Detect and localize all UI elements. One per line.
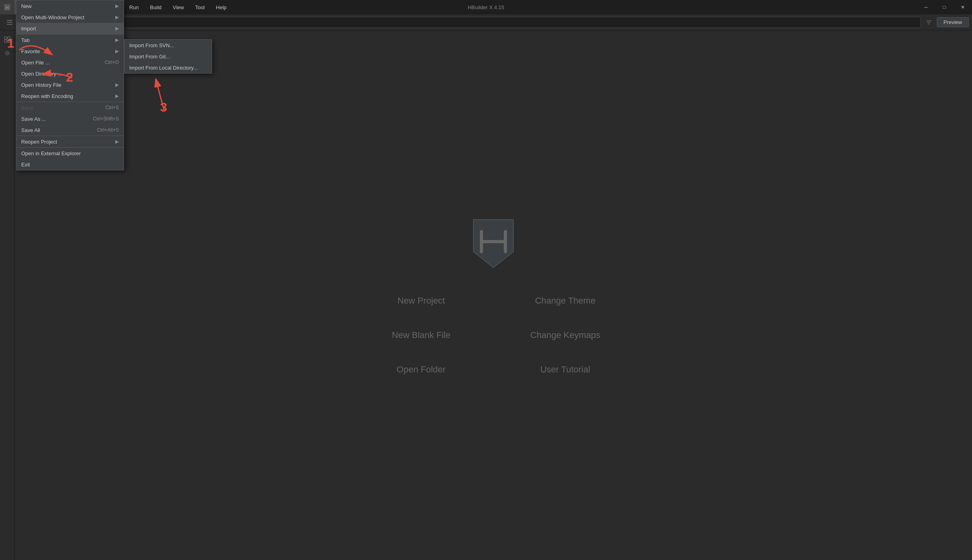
menu-new[interactable]: New ▶	[16, 0, 124, 12]
preview-button[interactable]: Preview	[937, 17, 969, 27]
file-search-bar[interactable]: 🔍 Input File Name	[18, 17, 921, 28]
file-menu-section-5: Open in External Explorer Exit	[16, 148, 124, 170]
import-svn[interactable]: Import From SVN...	[124, 40, 212, 51]
hbuilder-logo	[469, 216, 517, 272]
window-controls: ─ □ ✕	[917, 0, 972, 14]
menu-build[interactable]: Build	[144, 0, 167, 14]
menu-open-multi-window[interactable]: Open Multi-Window Project ▶	[16, 12, 124, 23]
menu-exit[interactable]: Exit	[16, 159, 124, 170]
filter-button[interactable]	[922, 16, 935, 29]
file-menu-section-3: Save Ctrl+S Save As ... Ctrl+Shift+S Sav…	[16, 102, 124, 136]
menu-open-file[interactable]: Open File ... Ctrl+O	[16, 57, 124, 68]
menu-reopen-encoding[interactable]: Reopen with Encoding ▶	[16, 90, 124, 102]
menu-import[interactable]: Import ▶	[16, 23, 124, 34]
user-tutorial-link[interactable]: User Tutorial	[517, 364, 613, 375]
menu-run[interactable]: Run	[124, 0, 144, 14]
minimize-button[interactable]: ─	[917, 0, 935, 14]
title-bar: H File Edit Select Find Goto Run Build V…	[0, 0, 972, 14]
svg-rect-4	[7, 24, 12, 25]
maximize-button[interactable]: □	[935, 0, 954, 14]
toolbar: 🔍 Input File Name Preview	[0, 14, 972, 30]
menu-open-external[interactable]: Open in External Explorer	[16, 148, 124, 159]
svg-rect-2	[7, 20, 12, 21]
new-project-link[interactable]: New Project	[373, 296, 469, 306]
file-menu-section-4: Reopen Project ▶	[16, 136, 124, 148]
menu-tab[interactable]: Tab ▶	[16, 34, 124, 46]
menu-open-history[interactable]: Open History File ▶	[16, 79, 124, 90]
import-local-directory[interactable]: Import From Local Directory...	[124, 62, 212, 73]
close-button[interactable]: ✕	[954, 0, 972, 14]
menu-help[interactable]: Help	[210, 0, 232, 14]
change-theme-link[interactable]: Change Theme	[517, 296, 613, 306]
svg-rect-9	[8, 37, 10, 39]
menu-reopen-project[interactable]: Reopen Project ▶	[16, 136, 124, 147]
app-icon: H	[0, 0, 14, 14]
quick-links: New Project Change Theme New Blank File …	[373, 296, 613, 375]
menu-save-all[interactable]: Save All Ctrl+Alt+S	[16, 124, 124, 136]
menu-save[interactable]: Save Ctrl+S	[16, 102, 124, 113]
file-menu-section-1: New ▶ Open Multi-Window Project ▶ Import…	[16, 0, 124, 34]
toolbar-icon	[3, 16, 16, 29]
svg-point-13	[5, 51, 10, 56]
change-keymaps-link[interactable]: Change Keymaps	[517, 330, 613, 340]
sidebar-explorer-icon[interactable]	[1, 34, 13, 46]
sidebar-settings-icon[interactable]	[1, 47, 13, 59]
main-content: New Project Change Theme New Blank File …	[14, 30, 972, 560]
menu-favorite[interactable]: Favorite ▶	[16, 46, 124, 57]
open-folder-link[interactable]: Open Folder	[373, 364, 469, 375]
menu-open-directory[interactable]: Open Directory ...	[16, 68, 124, 79]
svg-rect-11	[8, 40, 10, 42]
file-menu: New ▶ Open Multi-Window Project ▶ Import…	[16, 0, 124, 170]
svg-point-12	[6, 52, 8, 54]
menu-view[interactable]: View	[167, 0, 190, 14]
menu-tool[interactable]: Tool	[190, 0, 210, 14]
new-blank-file-link[interactable]: New Blank File	[373, 330, 469, 340]
center-content: New Project Change Theme New Blank File …	[373, 216, 613, 375]
import-git[interactable]: Import From Git...	[124, 51, 212, 62]
svg-rect-3	[7, 22, 12, 23]
menu-save-as[interactable]: Save As ... Ctrl+Shift+S	[16, 113, 124, 124]
svg-rect-10	[4, 40, 7, 42]
left-sidebar	[0, 30, 14, 560]
file-menu-section-2: Tab ▶ Favorite ▶ Open File ... Ctrl+O Op…	[16, 34, 124, 102]
svg-text:H: H	[6, 5, 9, 10]
app-title: HBuilder X 4.15	[468, 4, 504, 10]
import-submenu: Import From SVN... Import From Git... Im…	[124, 39, 212, 74]
svg-rect-8	[4, 37, 7, 39]
